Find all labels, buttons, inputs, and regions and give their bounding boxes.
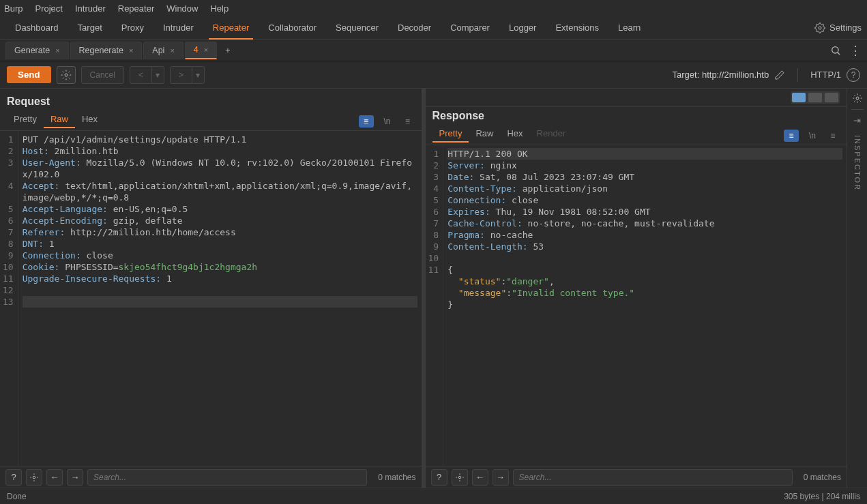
hamburger-icon[interactable]: ≡ xyxy=(826,130,840,142)
history-forward-menu[interactable]: ▾ xyxy=(192,66,205,84)
request-editor[interactable]: 12345678910111213 PUT /api/v1/admin/sett… xyxy=(0,131,422,466)
view-tab-raw[interactable]: Raw xyxy=(469,128,500,143)
svg-line-2 xyxy=(838,52,840,54)
svg-point-5 xyxy=(458,476,461,479)
hamburger-icon[interactable]: ≡ xyxy=(401,115,415,128)
main-tab-bar: DashboardTargetProxyIntruderRepeaterColl… xyxy=(0,16,867,40)
target-url: http://2million.htb xyxy=(702,70,769,80)
view-tab-pretty[interactable]: Pretty xyxy=(432,128,469,143)
view-tab-raw[interactable]: Raw xyxy=(44,114,75,128)
svg-point-4 xyxy=(33,476,35,479)
request-view-tabs: PrettyRawHex ≡ \n ≡ xyxy=(0,112,422,131)
request-match-count: 0 matches xyxy=(371,473,415,482)
gear-icon xyxy=(61,70,72,80)
menu-item[interactable]: Repeater xyxy=(118,3,154,14)
view-tab-hex[interactable]: Hex xyxy=(500,128,529,143)
main-tab-comparer[interactable]: Comparer xyxy=(441,16,499,40)
menubar: Burp Project Intruder Repeater Window He… xyxy=(0,0,867,16)
help-icon[interactable]: ? xyxy=(847,68,860,82)
main-tab-dashboard[interactable]: Dashboard xyxy=(5,16,68,40)
gear-icon[interactable] xyxy=(452,469,468,486)
menu-item[interactable]: Project xyxy=(35,3,62,14)
main-tab-logger[interactable]: Logger xyxy=(499,16,546,40)
main-tab-repeater[interactable]: Repeater xyxy=(203,16,259,40)
layout-tabs-icon[interactable] xyxy=(825,93,838,102)
inspector-toggle-icon[interactable]: ⇥ xyxy=(853,115,861,125)
prev-match-button[interactable]: ← xyxy=(46,469,63,486)
main-tab-extensions[interactable]: Extensions xyxy=(546,16,608,40)
menu-item[interactable]: Intruder xyxy=(75,3,106,14)
repeater-tab[interactable]: Regenerate× xyxy=(70,42,143,59)
response-search-input[interactable]: Search... xyxy=(513,469,793,486)
repeater-tab[interactable]: Generate× xyxy=(5,42,69,59)
history-back-menu[interactable]: ▾ xyxy=(152,66,164,84)
status-bar: Done 305 bytes | 204 millis xyxy=(0,488,867,504)
menu-item[interactable]: Window xyxy=(166,3,198,14)
svg-point-0 xyxy=(819,27,821,29)
main-tab-intruder[interactable]: Intruder xyxy=(153,16,203,40)
help-icon[interactable]: ? xyxy=(431,469,447,486)
history-forward-button[interactable]: > xyxy=(170,66,192,84)
request-pane: Request PrettyRawHex ≡ \n ≡ 123456789101… xyxy=(0,89,422,488)
close-icon[interactable]: × xyxy=(129,46,133,55)
svg-point-6 xyxy=(856,97,859,100)
repeater-tab-bar: Generate×Regenerate×Api×4×+ ⋮ xyxy=(0,40,867,61)
inspector-panel[interactable]: ⇥ INSPECTOR xyxy=(847,89,867,488)
menu-item[interactable]: Burp xyxy=(4,3,23,14)
repeater-tab[interactable]: Api× xyxy=(143,42,183,59)
svg-point-3 xyxy=(65,74,68,76)
next-match-button[interactable]: → xyxy=(67,469,83,486)
layout-side-by-side-icon[interactable] xyxy=(792,93,806,102)
settings-button[interactable]: Settings xyxy=(814,23,862,33)
main-tab-sequencer[interactable]: Sequencer xyxy=(326,16,388,40)
more-icon[interactable]: ⋮ xyxy=(849,45,862,56)
response-footer: ? ← → Search... 0 matches xyxy=(426,466,847,488)
history-back-button[interactable]: < xyxy=(130,66,152,84)
newline-icon[interactable]: \n xyxy=(381,115,394,128)
main-tab-target[interactable]: Target xyxy=(68,16,112,40)
send-options-button[interactable] xyxy=(57,66,76,84)
inspector-label: INSPECTOR xyxy=(853,135,862,191)
menu-item[interactable]: Help xyxy=(210,3,229,14)
close-icon[interactable]: × xyxy=(170,46,174,55)
main-tab-proxy[interactable]: Proxy xyxy=(112,16,153,40)
view-tab-hex[interactable]: Hex xyxy=(75,114,104,128)
view-tab-pretty[interactable]: Pretty xyxy=(7,114,44,128)
gear-icon[interactable] xyxy=(26,469,42,486)
response-pane: Response PrettyRawHexRender ≡ \n ≡ 12345… xyxy=(426,89,847,488)
protocol-toggle[interactable]: HTTP/1 xyxy=(810,70,841,80)
repeater-toolbar: Send Cancel < ▾ > ▾ Target: http://2mill… xyxy=(0,61,867,89)
main-tab-decoder[interactable]: Decoder xyxy=(388,16,441,40)
status-left: Done xyxy=(7,492,27,501)
main-tab-collaborator[interactable]: Collaborator xyxy=(259,16,326,40)
close-icon[interactable]: × xyxy=(55,46,59,55)
next-match-button[interactable]: → xyxy=(493,469,509,486)
help-icon[interactable]: ? xyxy=(5,469,22,486)
svg-point-1 xyxy=(832,46,838,53)
new-tab-button[interactable]: + xyxy=(218,42,237,59)
status-right: 305 bytes | 204 millis xyxy=(784,492,860,501)
response-editor[interactable]: 1234567891011 HTTP/1.1 200 OKServer: ngi… xyxy=(426,145,847,466)
request-title: Request xyxy=(0,89,422,112)
gear-icon[interactable] xyxy=(852,93,863,104)
gear-icon xyxy=(814,23,825,33)
cancel-button[interactable]: Cancel xyxy=(81,66,124,84)
actions-icon[interactable]: ≡ xyxy=(784,130,799,142)
search-icon[interactable] xyxy=(830,45,841,56)
target-prefix: Target: xyxy=(673,70,702,80)
response-title: Response xyxy=(426,107,847,126)
close-icon[interactable]: × xyxy=(204,46,208,54)
newline-icon[interactable]: \n xyxy=(806,130,819,142)
main-tab-learn[interactable]: Learn xyxy=(608,16,650,40)
layout-toggle[interactable] xyxy=(791,91,840,104)
response-view-tabs: PrettyRawHexRender ≡ \n ≡ xyxy=(426,126,847,145)
view-tab-render: Render xyxy=(530,128,573,143)
repeater-tab[interactable]: 4× xyxy=(185,42,217,59)
actions-icon[interactable]: ≡ xyxy=(359,115,374,128)
response-match-count: 0 matches xyxy=(797,473,841,482)
layout-stacked-icon[interactable] xyxy=(808,93,822,102)
edit-target-icon[interactable] xyxy=(774,70,785,80)
prev-match-button[interactable]: ← xyxy=(472,469,488,486)
request-search-input[interactable]: Search... xyxy=(87,469,367,486)
send-button[interactable]: Send xyxy=(7,66,51,83)
